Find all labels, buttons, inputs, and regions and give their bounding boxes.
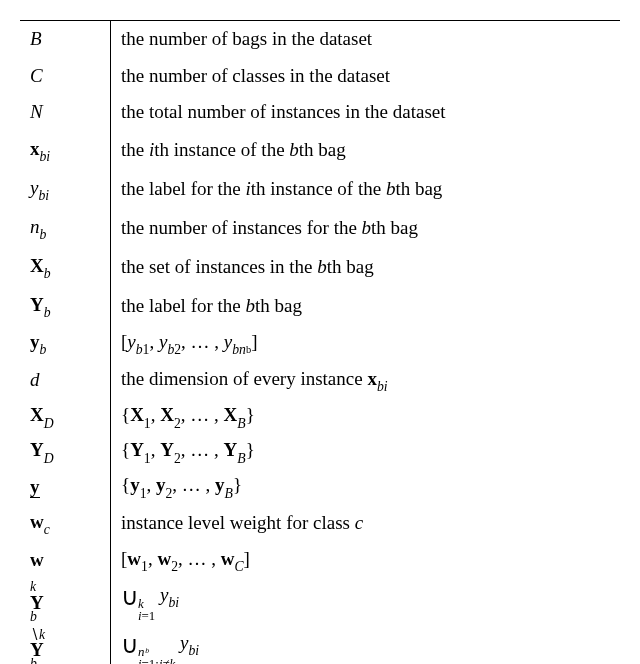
description-cell: the dimension of every instance xbi	[111, 361, 621, 400]
description-cell: [yb1, yb2, … , ybnb]	[111, 326, 621, 361]
table-row: nbthe number of instances for the bth ba…	[20, 209, 620, 248]
description-cell: {X1, X2, … , XB}	[111, 399, 621, 434]
description-cell: {Y1, Y2, … , YB}	[111, 434, 621, 469]
description-cell: the number of bags in the dataset	[111, 21, 621, 58]
table-row: XD{X1, X2, … , XB}	[20, 399, 620, 434]
symbol-cell: Yb	[20, 287, 111, 326]
symbol-cell: C	[20, 58, 111, 95]
table-row: w[w1, w2, … , wC]	[20, 543, 620, 578]
description-cell: ∪nᵇi=1;i≠k ybi	[111, 626, 621, 664]
table-row: YD{Y1, Y2, … , YB}	[20, 434, 620, 469]
symbol-cell: N	[20, 94, 111, 131]
table-row: Xbthe set of instances in the bth bag	[20, 248, 620, 287]
description-cell: the number of classes in the dataset	[111, 58, 621, 95]
description-cell: the label for the bth bag	[111, 287, 621, 326]
description-cell: [w1, w2, … , wC]	[111, 543, 621, 578]
symbol-cell: ybi	[20, 170, 111, 209]
table-row: wcinstance level weight for class c	[20, 504, 620, 543]
table-row: kYb∪ki=1 ybi	[20, 578, 620, 626]
symbol-cell: ∖kYb	[20, 626, 111, 664]
notation-table-wrap: Bthe number of bags in the datasetCthe n…	[20, 20, 620, 664]
description-cell: the ith instance of the bth bag	[111, 131, 621, 170]
table-row: xbithe ith instance of the bth bag	[20, 131, 620, 170]
symbol-cell: y	[20, 469, 111, 504]
table-row: Nthe total number of instances in the da…	[20, 94, 620, 131]
symbol-cell: Xb	[20, 248, 111, 287]
table-row: y{y1, y2, … , yB}	[20, 469, 620, 504]
description-cell: instance level weight for class c	[111, 504, 621, 543]
description-cell: {y1, y2, … , yB}	[111, 469, 621, 504]
symbol-cell: xbi	[20, 131, 111, 170]
table-row: ybithe label for the ith instance of the…	[20, 170, 620, 209]
symbol-cell: YD	[20, 434, 111, 469]
symbol-cell: nb	[20, 209, 111, 248]
symbol-cell: B	[20, 21, 111, 58]
notation-table: Bthe number of bags in the datasetCthe n…	[20, 20, 620, 664]
symbol-cell: w	[20, 543, 111, 578]
symbol-cell: yb	[20, 326, 111, 361]
table-row: ∖kYb∪nᵇi=1;i≠k ybi	[20, 626, 620, 664]
table-row: yb[yb1, yb2, … , ybnb]	[20, 326, 620, 361]
description-cell: the total number of instances in the dat…	[111, 94, 621, 131]
table-row: Bthe number of bags in the dataset	[20, 21, 620, 58]
table-row: Cthe number of classes in the dataset	[20, 58, 620, 95]
symbol-cell: d	[20, 361, 111, 400]
table-row: Ybthe label for the bth bag	[20, 287, 620, 326]
description-cell: the number of instances for the bth bag	[111, 209, 621, 248]
symbol-cell: XD	[20, 399, 111, 434]
description-cell: the label for the ith instance of the bt…	[111, 170, 621, 209]
description-cell: the set of instances in the bth bag	[111, 248, 621, 287]
table-row: dthe dimension of every instance xbi	[20, 361, 620, 400]
description-cell: ∪ki=1 ybi	[111, 578, 621, 626]
symbol-cell: kYb	[20, 578, 111, 626]
symbol-cell: wc	[20, 504, 111, 543]
